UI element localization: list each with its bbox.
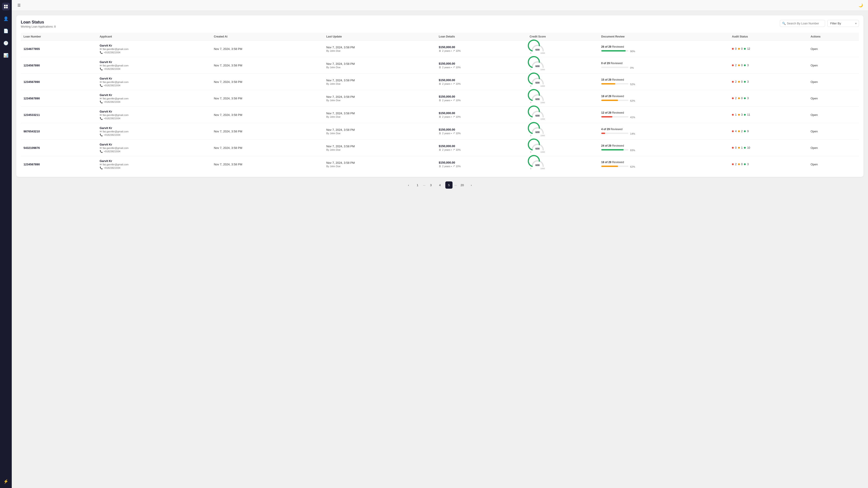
filter-select[interactable]: Filter By Status Date Amount	[827, 20, 859, 27]
audit-dot-green	[744, 64, 746, 66]
loan-meta: 🗓 2 years • ↗ 10%	[439, 132, 524, 135]
audit-yellow-count: 3	[741, 113, 743, 116]
open-action-button[interactable]: Open	[811, 146, 818, 150]
progress-row: 62%	[601, 99, 726, 102]
open-action-button[interactable]: Open	[811, 64, 818, 67]
last-update-by: By John Doe	[326, 149, 433, 151]
progress-bar-fill	[601, 50, 626, 52]
calendar-icon: 🗓	[439, 165, 441, 168]
table-row: 5432109876 Garvit Kr ✉ 9ai.garvitkr@gmai…	[21, 140, 859, 156]
loan-meta: 🗓 2 years • ↗ 10%	[439, 99, 524, 102]
audit-dot-yellow	[738, 48, 740, 50]
open-action-button[interactable]: Open	[811, 47, 818, 51]
audit-dot-yellow	[738, 163, 740, 165]
loan-meta: 🗓 2 years • ↗ 10%	[439, 49, 524, 52]
audit-dot-green	[744, 114, 746, 116]
loan-number: 1234567890	[24, 97, 40, 100]
page-prev-button[interactable]: ‹	[405, 182, 412, 189]
gauge-min-label: 0	[530, 167, 531, 170]
credit-score-gauge: 600 0 1000	[530, 142, 546, 153]
trend-icon: ↗	[453, 82, 455, 85]
dark-mode-toggle[interactable]: 🌙	[857, 2, 864, 9]
progress-bar-bg	[601, 166, 628, 167]
loan-meta: 🗓 2 years • ↗ 10%	[439, 82, 524, 85]
audit-yellow-count: 0	[741, 80, 743, 84]
sidebar-icon-reports[interactable]: 📊	[2, 52, 10, 59]
audit-green-count: 3	[747, 80, 749, 84]
sidebar-icon-user[interactable]: 👤	[2, 15, 10, 23]
doc-review: 12 of 29 Reviewed 41%	[601, 111, 726, 119]
sidebar-icon-docs[interactable]: 📄	[2, 27, 10, 35]
sidebar-toggle-button[interactable]: ☰	[16, 2, 23, 9]
page-4-button[interactable]: 4	[436, 182, 443, 189]
sidebar-icon-history[interactable]: 🕐	[2, 39, 10, 47]
search-input[interactable]	[780, 20, 825, 27]
created-at: Nov 7, 2024, 3:58 PM	[214, 80, 242, 84]
col-audit-status: Audit Status	[729, 33, 808, 41]
table-body: 1234677855 Garvit Kr ✉ 9ai.garvitkr@gmai…	[21, 41, 859, 173]
created-at: Nov 7, 2024, 3:58 PM	[214, 64, 242, 67]
doc-percent: 0%	[630, 66, 634, 69]
trend-icon: ↗	[453, 115, 455, 118]
audit-yellow-count: 0	[741, 64, 743, 67]
progress-bar-bg	[601, 149, 628, 151]
last-update-by: By John Doe	[326, 66, 433, 69]
table-row: 1234567890 Garvit Kr ✉ 9ai.garvitkr@gmai…	[21, 57, 859, 74]
page-dots-1: ···	[423, 184, 426, 187]
open-action-button[interactable]: Open	[811, 163, 818, 166]
calendar-icon: 🗓	[439, 149, 441, 151]
audit-dot-green	[744, 97, 746, 99]
open-action-button[interactable]: Open	[811, 80, 818, 84]
doc-review: 4 of 29 Reviewed 14%	[601, 128, 726, 135]
page-3-button[interactable]: 3	[427, 182, 434, 189]
search-icon: 🔍	[782, 22, 786, 25]
progress-row: 83%	[601, 148, 726, 152]
open-action-button[interactable]: Open	[811, 130, 818, 133]
progress-bar-bg	[601, 50, 628, 52]
progress-bar-fill	[601, 166, 618, 167]
last-update-by: By John Doe	[326, 99, 433, 102]
credit-score-value: 600	[535, 98, 539, 101]
loan-amount: $150,000.00	[439, 161, 524, 164]
applicant-phone: 📞 +91823821934	[100, 133, 209, 136]
doc-review-text: 18 of 29 Reviewed	[601, 161, 726, 164]
doc-percent: 62%	[630, 99, 635, 102]
loan-amount: $150,000.00	[439, 128, 524, 131]
last-update-time: Nov 7, 2024, 3:58 PM	[326, 128, 433, 131]
table-header: Loan Number Applicant Created At Last Up…	[21, 33, 859, 41]
progress-bar-fill	[601, 133, 605, 134]
gauge-max-label: 1000	[540, 167, 545, 170]
audit-green-count: 9	[747, 130, 749, 133]
applicant-name: Garvit Kr	[100, 126, 209, 130]
page-5-button[interactable]: 5	[445, 182, 453, 189]
progress-row: 90%	[601, 49, 726, 53]
credit-score-value: 600	[535, 147, 539, 150]
phone-icon: 📞	[100, 51, 103, 54]
app-logo	[2, 3, 10, 10]
audit-dot-green	[744, 147, 746, 149]
page-next-button[interactable]: ›	[468, 182, 475, 189]
audit-yellow-count: 1	[741, 146, 743, 149]
audit-dot-red	[732, 163, 734, 165]
open-action-button[interactable]: Open	[811, 97, 818, 100]
gauge-labels: 0 1000	[530, 151, 545, 153]
audit-red-count: 2	[735, 163, 737, 166]
credit-score-gauge: 600 0 1000	[530, 159, 546, 170]
sidebar-icon-lightning[interactable]: ⚡	[2, 478, 10, 485]
page-20-button[interactable]: 20	[459, 182, 466, 189]
loan-number: 9876543210	[24, 130, 40, 133]
page-dots-2: ···	[454, 184, 457, 187]
working-loan-subtitle: Working Loan Applications: 8	[21, 25, 56, 28]
page-1-button[interactable]: 1	[414, 182, 421, 189]
trend-icon: ↗	[453, 148, 455, 151]
credit-score-gauge: 600 0 1000	[530, 43, 546, 54]
calendar-icon: 🗓	[439, 66, 441, 69]
doc-review-text: 12 of 29 Reviewed	[601, 111, 726, 114]
open-action-button[interactable]: Open	[811, 113, 818, 117]
audit-dot-green	[744, 48, 746, 50]
applicant-phone: 📞 +91823821934	[100, 68, 209, 70]
col-applicant: Applicant	[97, 33, 211, 41]
doc-review-text: 0 of 29 Reviewed	[601, 62, 726, 65]
gauge-min-label: 0	[530, 85, 531, 87]
audit-red-count: 4	[735, 130, 737, 133]
